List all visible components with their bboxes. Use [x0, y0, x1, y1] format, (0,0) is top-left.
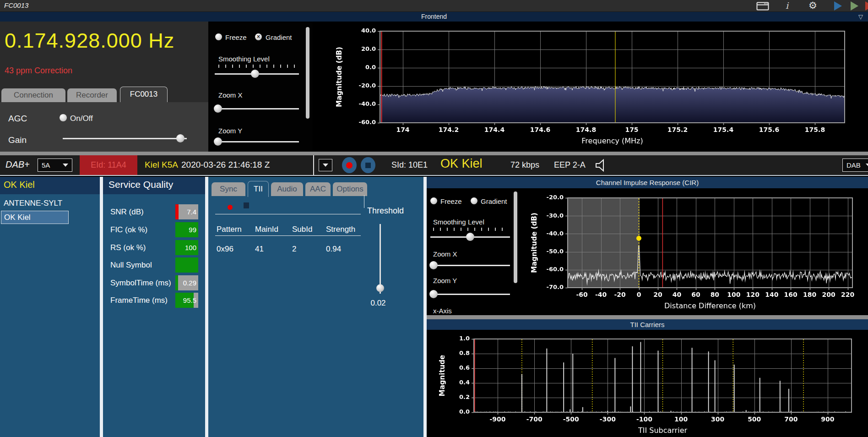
controls-scrollbar[interactable]	[306, 27, 309, 119]
freeze-label: Freeze	[225, 33, 247, 41]
cir-smoothing-slider[interactable]	[430, 232, 510, 241]
table-cell: 2	[292, 245, 296, 254]
freeze-radio[interactable]	[215, 33, 222, 40]
cir-gradient-radio[interactable]	[471, 197, 477, 204]
column-header: SubId	[292, 225, 312, 234]
panel-splitter[interactable]	[100, 177, 103, 437]
tab-sync[interactable]: Sync	[212, 182, 245, 196]
quality-value: 7.4	[175, 204, 196, 219]
tii-carriers-canvas	[427, 330, 868, 437]
frequency-display: 0.174.928.000 Hz	[5, 29, 174, 53]
tab-recorder[interactable]: Recorder	[67, 88, 117, 102]
tab-audio[interactable]: Audio	[271, 182, 303, 196]
cir-smoothing-slider-handle[interactable]	[466, 233, 474, 241]
app-title: FC0013	[4, 1, 28, 9]
table-header-underline	[215, 235, 361, 236]
tab-connection[interactable]: Connection	[1, 88, 65, 102]
output-select[interactable]: DAB	[842, 158, 868, 172]
quality-row: SymbolTime (ms) 0.29	[103, 275, 205, 290]
zoomx-slider-handle[interactable]	[214, 104, 222, 113]
panel-splitter[interactable]	[423, 177, 427, 437]
current-service: OK Kiel	[440, 157, 483, 171]
tab-tii[interactable]: TII	[248, 181, 269, 197]
threshold-slider-handle[interactable]	[376, 284, 384, 292]
spectrum-plot	[313, 22, 868, 152]
list-item[interactable]: ANTENNE-SYLT	[4, 199, 62, 208]
dab-mode-label: DAB+	[5, 159, 30, 170]
info-icon[interactable]: i	[786, 0, 788, 11]
gain-slider[interactable]	[63, 134, 187, 143]
record-button[interactable]	[342, 157, 357, 173]
cir-zoomy-slider[interactable]	[430, 290, 510, 299]
stop-icon-clipped[interactable]	[865, 1, 868, 11]
agc-label: AGC	[8, 114, 27, 124]
smoothing-slider-handle[interactable]	[251, 70, 259, 78]
zoomy-slider[interactable]	[215, 137, 299, 146]
zoomy-label: Zoom Y	[218, 127, 242, 135]
panel-splitter[interactable]	[205, 177, 208, 437]
channel-select[interactable]: 5A	[38, 158, 72, 172]
quality-row: FIC (ok %) 99	[103, 222, 205, 237]
detail-panel: Sync TII Audio AAC Options Pattern MainI…	[208, 177, 423, 437]
tii-status-square	[244, 202, 249, 208]
quality-row: SNR (dB) 7.4	[103, 204, 205, 219]
separator	[364, 195, 364, 208]
dropdown-button[interactable]	[319, 159, 332, 171]
stop-button[interactable]	[361, 157, 375, 173]
ensemble-id-badge: EId: 11A4	[80, 155, 137, 175]
cir-zoomx-slider-handle[interactable]	[429, 261, 438, 269]
separator	[215, 214, 361, 214]
cir-zoomx-slider[interactable]	[430, 261, 510, 270]
threshold-slider[interactable]	[376, 224, 385, 294]
quality-row: Null Symbol	[103, 257, 205, 273]
cir-xaxis-label: x-Axis	[433, 307, 452, 315]
zoomy-slider-handle[interactable]	[214, 137, 222, 146]
table-cell: 0.94	[326, 245, 341, 254]
zoomx-label: Zoom X	[218, 91, 243, 99]
datetime: 2020-03-26 21:46:18 Z	[181, 160, 270, 170]
cir-freeze-radio[interactable]	[430, 197, 437, 204]
cir-tii-region: Channel Impulse Response (CIR) Freeze Gr…	[427, 177, 868, 437]
tab-options[interactable]: Options	[333, 182, 367, 196]
speaker-icon[interactable]	[594, 158, 609, 174]
column-header: MainId	[255, 225, 278, 234]
quality-value: 95.5	[175, 293, 196, 308]
cir-canvas	[526, 188, 868, 315]
cir-gradient-label: Gradient	[481, 197, 507, 205]
titlebar: FC0013 i ⚙	[0, 0, 868, 12]
chevron-down-icon	[63, 164, 68, 167]
gear-icon[interactable]: ⚙	[808, 0, 817, 11]
service-id: SId: 10E1	[391, 160, 428, 170]
column-header: Strength	[326, 225, 355, 234]
list-item-selected[interactable]: OK Kiel	[1, 211, 69, 224]
play-icon[interactable]	[834, 1, 842, 11]
gradient-checkbox[interactable]	[255, 33, 262, 40]
quality-row: FrameTime (ms) 95.5	[103, 293, 205, 308]
quality-value: 99	[175, 222, 196, 237]
service-list-header: OK Kiel	[0, 177, 100, 194]
tuner-tab-content: AGC On/Off Gain	[0, 102, 208, 152]
app-window: FC0013 i ⚙ Frontend ▽ 0.174.928.000 Hz 4…	[0, 0, 868, 437]
collapse-icon[interactable]: ▽	[857, 12, 864, 22]
zoomx-slider[interactable]	[215, 104, 299, 113]
gradient-label: Gradient	[266, 33, 292, 41]
gain-slider-handle[interactable]	[176, 134, 184, 142]
cir-zoomy-label: Zoom Y	[433, 277, 457, 284]
agc-radio[interactable]	[60, 114, 67, 121]
frontend-title: Frontend	[421, 13, 447, 20]
tii-status-dot	[228, 205, 233, 210]
cir-controls-scrollbar[interactable]	[514, 191, 517, 283]
service-quality-title: Service Quality	[108, 179, 173, 190]
play-all-icon[interactable]	[851, 1, 858, 11]
threshold-value: 0.02	[369, 299, 388, 308]
spectrum-canvas	[313, 22, 868, 152]
cir-zoomy-slider-handle[interactable]	[429, 290, 438, 298]
tab-fc0013[interactable]: FC0013	[120, 87, 168, 102]
table-cell: 41	[255, 245, 264, 254]
tab-aac[interactable]: AAC	[305, 182, 331, 196]
window-icon[interactable]	[756, 2, 769, 12]
horizontal-scrollbar[interactable]	[427, 315, 868, 319]
horizontal-scrollbar[interactable]	[0, 152, 868, 155]
gain-label: Gain	[8, 135, 27, 145]
smoothing-slider[interactable]	[215, 69, 299, 78]
